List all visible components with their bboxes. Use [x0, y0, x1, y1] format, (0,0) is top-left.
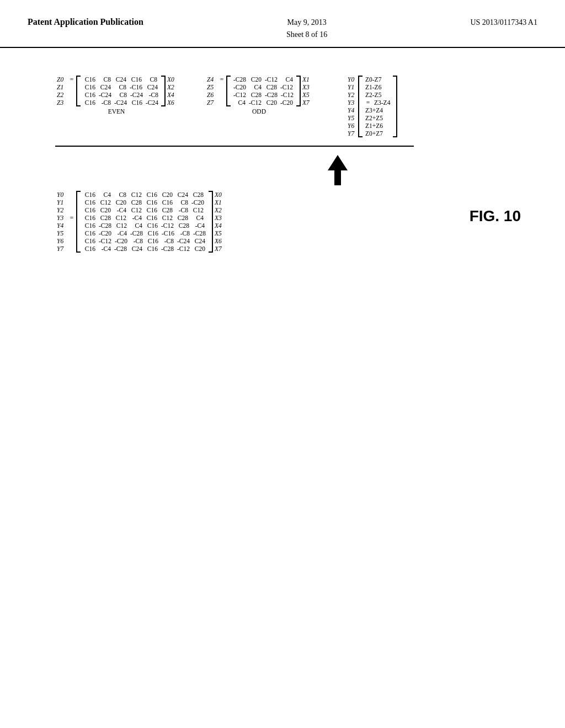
svg-marker-0: [328, 155, 348, 185]
b14: C16: [143, 199, 159, 206]
b24: C16: [143, 206, 159, 214]
odd-y0: Z4: [205, 76, 217, 83]
odd-x1: X3: [301, 83, 313, 91]
res-y1: Y1: [346, 83, 358, 91]
odd-y3: Z7: [205, 99, 217, 106]
even-eq2: [67, 94, 76, 95]
even-data-row-2: C16 -C24 C8 -C24 -C8: [82, 91, 160, 99]
odd-row-2: Z6: [205, 91, 226, 99]
even-y1: Z1: [55, 83, 67, 91]
res-row-1: Y1: [346, 83, 358, 91]
bot-row-4: Y4: [55, 222, 76, 229]
res-data-6: Z1+Z6: [364, 122, 392, 130]
b40: C16: [82, 222, 97, 229]
even-matrix-container: Z0 = Z1 Z2 Z3: [55, 76, 178, 115]
res-data-5: Z2+Z5: [364, 114, 392, 122]
result-matrix-labels: Y0 Y1 Y2 Y3 Y4: [346, 76, 358, 137]
odd-row-1: Z5: [205, 83, 226, 91]
bot-xl1: X1: [213, 199, 225, 206]
o03: C4: [279, 76, 295, 83]
b13: C28: [128, 199, 143, 206]
odd-bracket-right: [296, 76, 301, 106]
e02: C24: [113, 76, 128, 83]
bottom-matrix-labels: Y0 Y1 Y2 Y3 = Y4 Y: [55, 191, 76, 253]
res-data-4: Z3+Z4: [364, 106, 392, 114]
bot-row-1: Y1: [55, 199, 76, 206]
e23: -C24: [129, 91, 145, 99]
e00: C16: [82, 76, 97, 83]
b52: -C4: [113, 229, 129, 237]
b44: C16: [144, 222, 159, 229]
odd-x2: X5: [301, 91, 313, 99]
o12: C28: [263, 83, 279, 91]
rd10: Z1-Z6: [364, 83, 383, 91]
patent-title: Patent Application Publication: [28, 17, 143, 28]
arrow-container: [132, 155, 543, 185]
b41: -C28: [97, 222, 113, 229]
even-row-0: Z0 =: [55, 76, 76, 83]
header-center: May 9, 2013 Sheet 8 of 16: [286, 17, 327, 41]
b62: -C20: [113, 237, 129, 245]
b33: -C4: [128, 214, 143, 222]
odd-data-row-2: -C12 C28 -C28 -C12: [232, 91, 295, 99]
odd-eq1: [217, 87, 226, 88]
e03: C16: [128, 76, 143, 83]
even-bracket-left: [76, 76, 81, 106]
e24: -C8: [145, 91, 160, 99]
res-row-7: Y7: [346, 130, 358, 137]
odd-y2: Z6: [205, 91, 217, 99]
odd-x-labels: X1 X3 X5 X7: [301, 76, 313, 106]
even-row-1: Z1: [55, 83, 76, 91]
even-eq0: =: [67, 76, 76, 83]
b16: C8: [174, 199, 190, 206]
odd-label: ODD: [205, 108, 313, 115]
even-data-row-1: C16 C24 C8 -C16 C24: [82, 83, 160, 91]
even-x2: X4: [166, 91, 178, 99]
b05: C20: [159, 191, 174, 199]
bot-xl3: X3: [213, 214, 225, 222]
res-row-3: Y3: [346, 99, 358, 106]
even-x-labels: X0 X2 X4 X6: [166, 76, 178, 106]
bot-row-6: Y6: [55, 237, 76, 245]
b21: C20: [97, 206, 113, 214]
even-matrix: Z0 = Z1 Z2 Z3: [55, 76, 178, 106]
res-row-2: Y2: [346, 91, 358, 99]
e33: C16: [129, 99, 144, 106]
bottom-bracket-right: [209, 191, 213, 253]
b67: C24: [191, 237, 207, 245]
res-y2: Y2: [346, 91, 358, 99]
rd00: Z0-Z7: [364, 76, 383, 83]
b73: C24: [129, 245, 144, 253]
res-row-4: Y4: [346, 106, 358, 114]
even-x3: X6: [166, 99, 178, 106]
bot-row-0: Y0: [55, 191, 76, 199]
odd-xl1: X3: [301, 83, 313, 91]
even-y0: Z0: [55, 76, 67, 83]
o30: C4: [232, 99, 247, 106]
separator-line: [55, 146, 414, 147]
even-row-3: Z3: [55, 99, 76, 106]
b43: C4: [129, 222, 144, 229]
b70: C16: [82, 245, 97, 253]
odd-xl2: X5: [301, 91, 313, 99]
res-eq3: =: [364, 99, 372, 106]
bot-xl4: X4: [213, 222, 225, 229]
b45: -C12: [159, 222, 175, 229]
e22: C8: [113, 91, 129, 99]
bottom-matrix-data: C16 C4 C8 C12 C16 C20 C24 C28 C16 C12 C2…: [82, 191, 207, 253]
o11: C4: [248, 83, 263, 91]
bot-xl7: X7: [213, 245, 225, 253]
b66: -C24: [175, 237, 191, 245]
odd-xl3: X7: [301, 99, 313, 106]
b10: C16: [82, 199, 97, 206]
b47: -C4: [191, 222, 206, 229]
b06: C24: [174, 191, 190, 199]
odd-data-row-3: C4 -C12 C20 -C20: [232, 99, 295, 106]
odd-row-3: Z7: [205, 99, 226, 106]
b65: -C8: [160, 237, 175, 245]
odd-matrix-labels: Z4 = Z5 Z6 Z7: [205, 76, 226, 106]
b72: -C28: [113, 245, 129, 253]
even-matrix-data: C16 C8 C24 C16 C8 C16 C24 C8 -C16 C24: [82, 76, 160, 106]
bot-y5: Y5: [55, 229, 67, 237]
b23: C12: [128, 206, 143, 214]
